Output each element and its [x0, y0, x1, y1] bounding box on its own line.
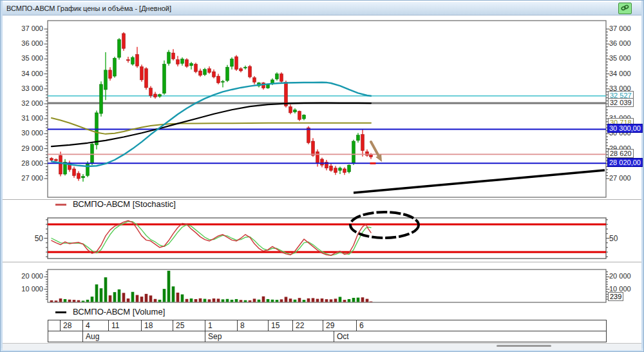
candle-body — [149, 88, 153, 96]
price-axis-label-right: 27 000 — [609, 174, 631, 182]
boxed-price-label: 32 039 — [608, 98, 634, 107]
volume-bar — [370, 302, 373, 302]
volume-bar — [172, 286, 175, 302]
volume-bar — [185, 299, 189, 302]
boxed-price-label: 28 620 — [608, 149, 634, 158]
candle-body — [77, 173, 80, 179]
candle-body — [127, 60, 130, 61]
volume-bar — [73, 300, 76, 302]
volume-bar — [289, 298, 292, 302]
date-week-cell: 15 — [268, 320, 293, 331]
volume-bar — [131, 292, 135, 302]
price-axis-label-left: 29 000 — [8, 144, 43, 152]
volume-bar — [158, 300, 162, 302]
candle-body — [343, 169, 346, 173]
volume-bar — [163, 289, 166, 302]
volume-bar — [325, 299, 328, 302]
price-axis-label-right: 37 000 — [609, 24, 631, 32]
candle-body — [140, 66, 144, 79]
candle-body — [249, 66, 252, 77]
candle-body — [298, 112, 301, 120]
stochastic-legend-label: ВСМПО-АВСМ [Stochastic] — [73, 199, 176, 209]
candle-body — [280, 74, 283, 82]
panel-separator — [3, 262, 641, 262]
candle-body — [321, 159, 324, 165]
candle-body — [100, 84, 103, 113]
date-week-cell: 29 — [323, 320, 357, 331]
scrollbar-thumb[interactable] — [497, 345, 551, 347]
candle-body — [73, 169, 76, 175]
volume-bar — [312, 298, 315, 302]
candle-body — [55, 159, 58, 161]
volume-bar — [194, 299, 198, 302]
stochastic-d-line — [52, 222, 371, 255]
volume-bar — [244, 300, 247, 302]
candle-body — [294, 110, 297, 112]
candle-body — [167, 52, 171, 63]
candle-body — [104, 70, 108, 90]
candle-body — [231, 59, 234, 66]
volume-bar — [253, 298, 256, 302]
candle-body — [222, 81, 225, 82]
candle-body — [59, 155, 62, 174]
price-axis-label-left: 36 000 — [8, 39, 43, 47]
volume-bar — [95, 284, 99, 302]
candle-body — [357, 135, 360, 141]
volume-bar — [226, 299, 229, 302]
volume-bar — [321, 298, 324, 302]
volume-bar — [294, 300, 297, 302]
candle-body — [334, 168, 337, 173]
candle-body — [226, 67, 229, 81]
volume-axis-label-right: 10 000 — [609, 285, 631, 293]
volume-bar — [181, 295, 184, 302]
price-axis-label-left: 34 000 — [8, 70, 43, 77]
volume-bar — [249, 300, 252, 302]
candle-body — [307, 128, 310, 142]
volume-bar — [316, 299, 319, 302]
candle-body — [316, 152, 319, 162]
volume-bar — [280, 299, 283, 302]
volume-axis-label-left: 20 000 — [8, 272, 43, 280]
date-week-cell: 11 — [108, 320, 142, 331]
date-month-cell: Oct — [334, 331, 607, 342]
volume-bar — [199, 298, 202, 302]
candle-body — [244, 67, 247, 68]
volume-bar — [231, 300, 234, 302]
volume-axis-label-left: 10 000 — [8, 285, 43, 293]
volume-bar — [91, 297, 94, 302]
price-axis-label-left: 27 000 — [8, 174, 43, 182]
candle-body — [163, 64, 166, 93]
price-axis-label-left: 28 000 — [8, 159, 43, 167]
candle-body — [276, 74, 279, 79]
candle-body — [185, 60, 189, 66]
candle-body — [50, 159, 53, 161]
candle-body — [176, 60, 180, 64]
candle-body — [86, 164, 90, 176]
last-price-tick — [370, 162, 376, 164]
volume-bar — [77, 300, 80, 302]
volume-bar — [285, 297, 288, 302]
candle-body — [136, 54, 139, 66]
volume-bar — [343, 300, 346, 302]
price-axis-label-left: 33 000 — [8, 84, 43, 92]
volume-bar — [339, 297, 342, 302]
price-axis-label-left: 30 000 — [8, 129, 43, 137]
stoch-axis-label-left: 50 — [8, 234, 43, 243]
volume-legend-dash-icon — [55, 311, 66, 313]
candle-body — [208, 68, 211, 72]
candle-body — [190, 63, 193, 65]
price-axis-label-right: 35 000 — [609, 54, 631, 62]
price-volume-chart-canvas[interactable] — [1, 1, 644, 352]
volume-bar — [82, 300, 85, 302]
volume-bar — [109, 295, 112, 302]
candle-body — [303, 115, 306, 119]
date-month-cell — [48, 331, 83, 342]
highlighted-price-label: 30 300,00 — [607, 124, 643, 133]
candle-body — [330, 166, 333, 170]
volume-bar — [298, 298, 301, 302]
volume-bar — [366, 299, 369, 302]
volume-bar — [262, 297, 265, 302]
volume-legend-label: ВСМПО-АВСМ [Volume] — [73, 307, 165, 317]
trendline-annotation — [354, 170, 605, 193]
candle-body — [199, 71, 202, 75]
